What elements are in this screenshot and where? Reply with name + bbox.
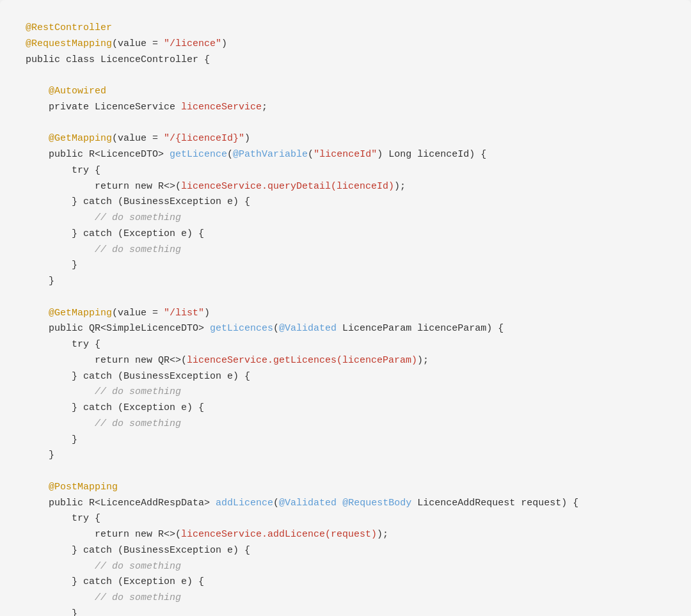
service-call-1: licenceService.queryDetail(licenceId) xyxy=(181,181,394,192)
close-brace-5: } xyxy=(26,608,77,616)
annotation-get-mapping-2: @GetMapping xyxy=(49,308,112,319)
annotation-validated-1: @Validated xyxy=(279,323,337,334)
code-default-3: ) xyxy=(244,133,250,144)
method-sig-1: public R<LicenceDTO> xyxy=(26,149,170,160)
catch-6: } catch (Exception e) { xyxy=(26,576,204,587)
comment-1: // do something xyxy=(26,212,181,223)
catch-3: } catch (BusinessException e) { xyxy=(26,371,250,382)
string-licenceid: "/{licenceId}" xyxy=(164,133,244,144)
code-paren-2: ); xyxy=(417,355,429,366)
return-3: return new R<>( xyxy=(26,529,181,540)
code-default-11: ( xyxy=(273,498,279,509)
code-default-8: ) xyxy=(204,308,210,319)
close-brace-1: } xyxy=(26,260,77,271)
annotation-validated-2: @Validated xyxy=(279,498,337,509)
try-3: try { xyxy=(26,513,100,524)
string-licenceid-param: "licenceId" xyxy=(314,149,377,160)
comment-6: // do something xyxy=(26,592,181,603)
service-call-3: licenceService.addLicence(request) xyxy=(181,529,377,540)
code-default-9: ( xyxy=(273,323,279,334)
comment-5: // do something xyxy=(26,561,181,572)
indent-2: private LicenceService xyxy=(26,102,181,113)
method-sig-2: public QR<SimpleLicenceDTO> xyxy=(26,323,210,334)
code-default-2: (value = xyxy=(112,133,164,144)
classname-licence-controller: LicenceController { xyxy=(100,54,210,65)
catch-4: } catch (Exception e) { xyxy=(26,402,204,413)
catch-2: } catch (Exception e) { xyxy=(26,228,204,239)
code-paren-1: ); xyxy=(394,181,406,192)
code-paren-3: ); xyxy=(377,529,388,540)
annotation-rest-controller: @RestController xyxy=(26,22,112,33)
close-brace-3: } xyxy=(26,434,77,445)
comment-4: // do something xyxy=(26,418,181,429)
annotation-requestbody: @RequestBody xyxy=(342,498,411,509)
comment-2: // do something xyxy=(26,244,181,255)
code-default-12 xyxy=(337,498,342,509)
annotation-get-mapping-1: @GetMapping xyxy=(49,133,112,144)
annotation-pathvariable: @PathVariable xyxy=(233,149,308,160)
string-licence: "/licence" xyxy=(164,38,221,49)
close-brace-2: } xyxy=(26,276,54,287)
indent-4 xyxy=(26,308,49,319)
method-sig-3: public R<LicenceAddRespData> xyxy=(26,498,216,509)
code-default: (value = xyxy=(112,38,164,49)
return-1: return new R<>( xyxy=(26,181,181,192)
try-2: try { xyxy=(26,339,100,350)
service-call-2: licenceService.getLicences(licenceParam) xyxy=(187,355,417,366)
annotation-request-mapping: @RequestMapping xyxy=(26,38,112,49)
annotation-autowired: @Autowired xyxy=(49,86,106,97)
code-default-7: (value = xyxy=(112,308,164,319)
try-1: try { xyxy=(26,165,100,176)
return-2: return new QR<>( xyxy=(26,355,187,366)
method-getlicences: getLicences xyxy=(210,323,273,334)
keyword-public: public class xyxy=(26,54,100,65)
code-default-4: ( xyxy=(227,149,233,160)
indent-5 xyxy=(26,482,49,493)
close-brace-4: } xyxy=(26,450,54,461)
catch-5: } catch (BusinessException e) { xyxy=(26,545,250,556)
code-default: ) xyxy=(221,38,227,49)
code-content: @RestController @RequestMapping(value = … xyxy=(26,20,665,616)
comment-3: // do something xyxy=(26,386,181,397)
annotation-post-mapping: @PostMapping xyxy=(49,482,118,493)
code-default-10: LicenceParam licenceParam) { xyxy=(337,323,504,334)
code-default-5: ( xyxy=(308,149,314,160)
catch-1: } catch (BusinessException e) { xyxy=(26,196,250,207)
semicolon-1: ; xyxy=(262,102,267,113)
string-list: "/list" xyxy=(164,308,204,319)
indent-3 xyxy=(26,133,49,144)
code-editor: @RestController @RequestMapping(value = … xyxy=(0,0,691,616)
code-default-13: LicenceAddRequest request) { xyxy=(411,498,578,509)
method-addlicence: addLicence xyxy=(216,498,273,509)
method-getlicence: getLicence xyxy=(170,149,227,160)
code-default-6: ) Long licenceId) { xyxy=(377,149,486,160)
field-licence-service: licenceService xyxy=(181,102,262,113)
indent-1 xyxy=(26,86,49,97)
